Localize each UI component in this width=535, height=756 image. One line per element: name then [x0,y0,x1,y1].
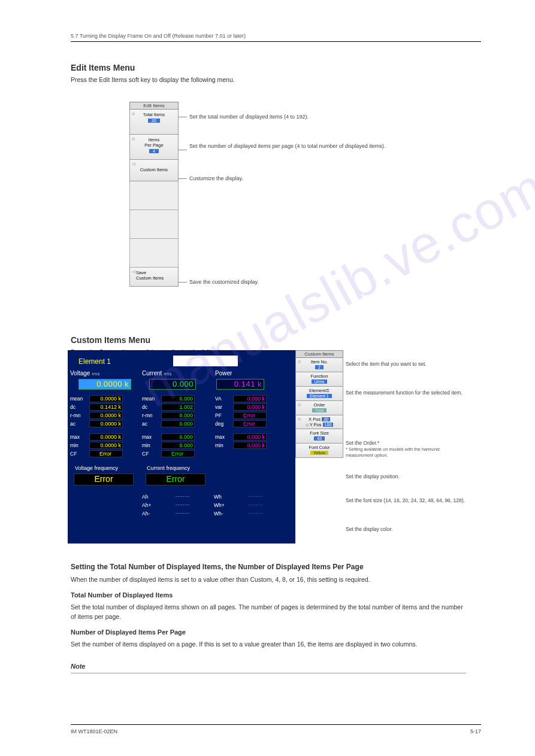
caption-items-per-page: Set the number of displayed items per pa… [189,143,447,149]
page-footer: IM WT1801E-02EN 5-17 [0,724,535,734]
blank-slot [129,210,179,239]
footer-model: IM WT1801E-02EN [71,728,117,734]
instrument-display: Element 1 Voltage rms Current rms Power … [68,350,295,544]
caption-position: Set the display position. [346,473,442,479]
triangle-icon: ◁ [132,269,135,274]
total-items-label: Total Items [143,112,165,117]
header-note: 5.7 Turning the Display Frame On and Off… [71,33,481,39]
body-p2: Set the total number of displayed items … [71,602,466,622]
body-text: Setting the Total Number of Displayed It… [71,555,466,673]
position-item[interactable]: ◇X Pos 20 ◇ Y Pos 100 [295,415,343,429]
item-no-item[interactable]: ◇Item No.2 [295,358,343,372]
save-custom-items-label: Save Custom Items [136,270,164,281]
current-header: Current rms [142,370,171,377]
custom-items-side-menu: Custom Items ◇Item No.2 FunctionUrms Ele… [295,350,343,458]
voltage-header: Voltage rms [70,370,99,377]
element-sigma-item[interactable]: Element/ΣElement 1 [295,387,343,401]
total-items-item[interactable]: ◇ Total Items 20 [129,110,179,135]
custom-items-item[interactable]: ◁ Custom Items [129,160,179,181]
element-label: Element 1 [78,357,111,366]
header-rule [71,41,481,42]
section-edit-items-intro: Press the Edit Items soft key to display… [71,76,481,83]
power-header: Power [215,370,232,377]
diamond-icon: ◇ [132,136,135,141]
caption-custom-items: Customize the display. [189,175,243,181]
diamond-icon: ◇ [298,359,301,364]
power-main-value: 0.141 k [216,379,264,390]
body-h1: Setting the Total Number of Displayed It… [71,561,466,573]
blank-slot [129,181,179,210]
edit-items-header: Edit Items [129,102,179,110]
font-size-item[interactable]: Font Size48 [295,429,343,444]
note-heading: Note [71,661,466,672]
section-edit-items-title: Edit Items Menu [71,63,481,72]
custom-items-label: Custom Items [140,167,168,172]
blank-overlay [173,356,238,366]
caption-function-group: Set the measurement function for the sel… [346,390,466,396]
total-items-value: 20 [148,119,160,123]
diamond-icon: ◇ [132,111,135,116]
body-h3: Number of Displayed Items Per Page [71,627,466,637]
body-p3: Set the number of items displayed on a p… [71,639,466,649]
current-freq-label: Current frequency [147,465,190,471]
caption-order: Set the Order.** Setting available on mo… [346,440,448,458]
voltage-freq-value: Error [74,473,134,485]
function-item[interactable]: FunctionUrms [295,372,343,387]
current-main-value: 0.000 [149,379,196,390]
diamond-icon: ◇ [298,402,301,407]
caption-save-custom: Save the customized display. [189,279,259,285]
blank-slot [129,239,179,268]
custom-items-menu-title: Custom Items Menu [71,335,246,345]
triangle-icon: ◁ [132,162,135,166]
custom-items-side-header: Custom Items [295,350,343,358]
order-item[interactable]: ◇OrderTotal [295,401,343,415]
items-per-page-label: Items Per Page [144,137,163,148]
caption-total-items: Set the total number of displayed items … [189,114,429,120]
current-freq-value: Error [146,473,205,485]
save-custom-items-item[interactable]: ◁ Save Custom Items [129,268,179,287]
font-color-item[interactable]: Font ColorYellow [295,444,343,458]
caption-font-color: Set the display color. [346,526,442,532]
body-h2: Total Number of Displayed Items [71,590,466,600]
caption-item-no: Select the item that you want to set. [346,361,460,367]
caption-font-size: Set the font size (14, 16, 20, 24, 32, 4… [346,497,466,503]
items-per-page-item[interactable]: ◇ Items Per Page 4 [129,135,179,160]
voltage-freq-label: Voltage frequency [75,465,118,471]
diamond-icon: ◇ [298,417,301,421]
footer-page-number: 5-17 [470,728,481,734]
voltage-main-value[interactable]: 0.0000 k [78,379,131,390]
items-per-page-value: 4 [149,149,159,153]
body-p1: When the number of displayed items is se… [71,575,466,584]
edit-items-menu: Edit Items ◇ Total Items 20 ◇ Items Per … [129,102,179,287]
